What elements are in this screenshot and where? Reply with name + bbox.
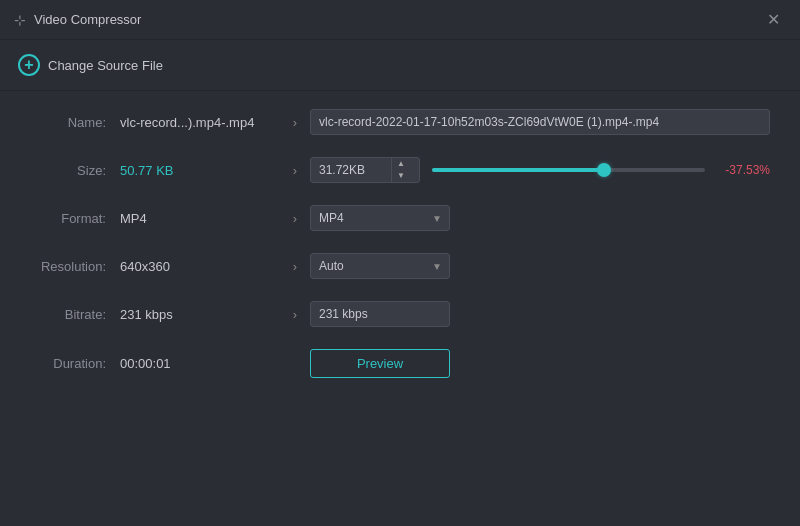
- format-select-wrap: MP4 MKV AVI MOV WMV ▼: [310, 205, 450, 231]
- bitrate-arrow-icon: ›: [280, 307, 310, 322]
- close-button[interactable]: ✕: [761, 10, 786, 30]
- format-source-value: MP4: [120, 211, 280, 226]
- resolution-select-wrap: Auto 1920x1080 1280x720 640x360 320x180 …: [310, 253, 450, 279]
- format-row: Format: MP4 › MP4 MKV AVI MOV WMV ▼: [30, 205, 770, 231]
- duration-row: Duration: 00:00:01 Preview: [30, 349, 770, 378]
- preview-button[interactable]: Preview: [310, 349, 450, 378]
- spin-down-button[interactable]: ▼: [392, 170, 410, 182]
- size-input[interactable]: [311, 158, 391, 182]
- spin-buttons: ▲ ▼: [391, 158, 410, 182]
- size-arrow-icon: ›: [280, 163, 310, 178]
- name-arrow-icon: ›: [280, 115, 310, 130]
- resolution-row: Resolution: 640x360 › Auto 1920x1080 128…: [30, 253, 770, 279]
- size-slider-wrap: -37.53%: [432, 163, 770, 177]
- resolution-label: Resolution:: [30, 259, 120, 274]
- app-title: Video Compressor: [34, 12, 141, 27]
- size-row: Size: 50.77 KB › ▲ ▼ -37.53%: [30, 157, 770, 183]
- size-target-area: ▲ ▼ -37.53%: [310, 157, 770, 183]
- resolution-select[interactable]: Auto 1920x1080 1280x720 640x360 320x180: [310, 253, 450, 279]
- size-controls: ▲ ▼ -37.53%: [310, 157, 770, 183]
- size-label: Size:: [30, 163, 120, 178]
- bitrate-label: Bitrate:: [30, 307, 120, 322]
- format-target-area: MP4 MKV AVI MOV WMV ▼: [310, 205, 770, 231]
- name-source-value: vlc-record...).mp4-.mp4: [120, 115, 280, 130]
- size-slider-thumb[interactable]: [597, 163, 611, 177]
- bitrate-target-area: [310, 301, 770, 327]
- resolution-source-value: 640x360: [120, 259, 280, 274]
- format-label: Format:: [30, 211, 120, 226]
- duration-label: Duration:: [30, 356, 120, 371]
- format-select[interactable]: MP4 MKV AVI MOV WMV: [310, 205, 450, 231]
- resolution-target-area: Auto 1920x1080 1280x720 640x360 320x180 …: [310, 253, 770, 279]
- title-bar-left: ⊹ Video Compressor: [14, 12, 141, 28]
- move-icon: ⊹: [14, 12, 26, 28]
- bitrate-input[interactable]: [310, 301, 450, 327]
- change-source-label: Change Source File: [48, 58, 163, 73]
- size-slider-track[interactable]: [432, 168, 705, 172]
- title-bar: ⊹ Video Compressor ✕: [0, 0, 800, 40]
- size-spinbox[interactable]: ▲ ▼: [310, 157, 420, 183]
- format-arrow-icon: ›: [280, 211, 310, 226]
- main-content: Name: vlc-record...).mp4-.mp4 › vlc-reco…: [0, 91, 800, 418]
- size-slider-fill: [432, 168, 604, 172]
- add-source-icon: +: [18, 54, 40, 76]
- resolution-arrow-icon: ›: [280, 259, 310, 274]
- name-target-display: vlc-record-2022-01-17-10h52m03s-ZCl69dVt…: [310, 109, 770, 135]
- size-slider-percent: -37.53%: [715, 163, 770, 177]
- name-row: Name: vlc-record...).mp4-.mp4 › vlc-reco…: [30, 109, 770, 135]
- duration-source-value: 00:00:01: [120, 356, 280, 371]
- spin-up-button[interactable]: ▲: [392, 158, 410, 170]
- change-source-row[interactable]: + Change Source File: [0, 40, 800, 91]
- size-source-value: 50.77 KB: [120, 163, 280, 178]
- bitrate-row: Bitrate: 231 kbps ›: [30, 301, 770, 327]
- bitrate-source-value: 231 kbps: [120, 307, 280, 322]
- name-label: Name:: [30, 115, 120, 130]
- name-target-area: vlc-record-2022-01-17-10h52m03s-ZCl69dVt…: [310, 109, 770, 135]
- duration-target-area: Preview: [310, 349, 770, 378]
